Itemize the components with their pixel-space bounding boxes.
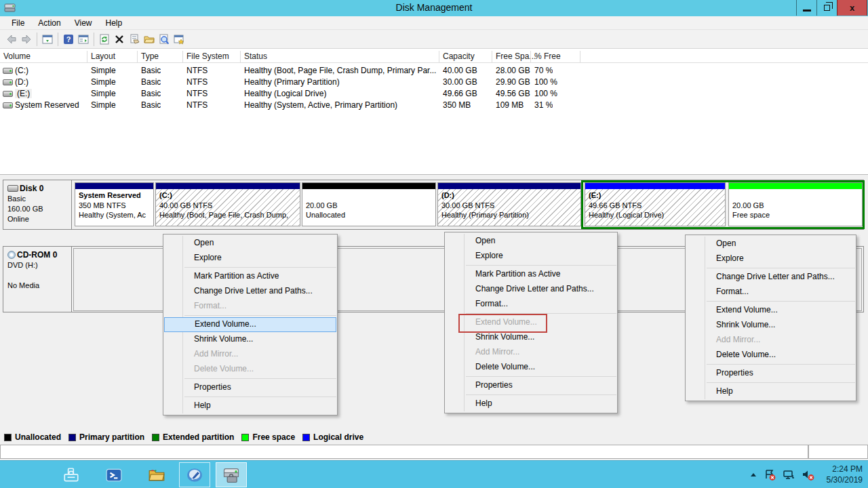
- menu-item-add-mirror: Add Mirror...: [686, 333, 855, 348]
- menu-item-mark-partition-active[interactable]: Mark Partition as Active: [164, 269, 336, 284]
- partition-free-space[interactable]: 20.00 GB Free space: [728, 182, 863, 226]
- network-icon[interactable]: [783, 469, 795, 481]
- show-hidden-icons-icon[interactable]: [749, 472, 757, 479]
- partition-system-reserved[interactable]: System Reserved 350 MB NTFS Healthy (Sys…: [75, 182, 154, 226]
- column-divider[interactable]: [580, 51, 580, 62]
- column-divider[interactable]: [87, 51, 87, 62]
- volume-list-pane: Volume Layout Type File System Status Ca…: [0, 49, 868, 175]
- forward-icon[interactable]: [19, 32, 34, 47]
- menu-item-open[interactable]: Open: [164, 236, 336, 251]
- menu-item-explore[interactable]: Explore: [446, 249, 616, 264]
- taskbar-clock[interactable]: 2:24 PM 5/30/2019: [827, 464, 863, 485]
- menu-item-help[interactable]: Help: [446, 396, 616, 411]
- partition-c[interactable]: (C:) 40.00 GB NTFS Healthy (Boot, Page F…: [155, 182, 300, 226]
- menu-item-extend-volume[interactable]: Extend Volume...: [686, 303, 855, 318]
- column-divider[interactable]: [492, 51, 492, 62]
- close-button[interactable]: x: [837, 0, 867, 16]
- partition-d[interactable]: (D:) 30.00 GB NTFS Healthy (Primary Part…: [437, 182, 581, 226]
- col-volume[interactable]: Volume: [3, 52, 31, 61]
- legend-label: Primary partition: [79, 432, 144, 442]
- disk-management-taskbar-icon[interactable]: [216, 462, 247, 487]
- column-divider[interactable]: [240, 51, 241, 62]
- volume-row-c[interactable]: (C:) Simple Basic NTFS Healthy (Boot, Pa…: [0, 65, 868, 77]
- menu-item-shrink-volume[interactable]: Shrink Volume...: [686, 318, 855, 333]
- column-divider[interactable]: [137, 51, 138, 62]
- menu-item-help[interactable]: Help: [164, 399, 336, 413]
- disk0-name: Disk 0: [20, 184, 43, 193]
- toolbar-separator: [37, 33, 37, 46]
- legend-item-logical-drive: Logical drive: [302, 432, 363, 442]
- col-capacity[interactable]: Capacity: [443, 52, 475, 61]
- menu-item-format[interactable]: Format...: [446, 297, 616, 312]
- menu-item-extend-volume[interactable]: Extend Volume...: [164, 317, 336, 332]
- menu-item-open[interactable]: Open: [446, 234, 616, 249]
- col-pct-free[interactable]: % Free: [534, 52, 561, 61]
- partition-status: Healthy (Boot, Page File, Crash Dump,: [159, 210, 297, 220]
- menu-view[interactable]: View: [68, 17, 98, 29]
- menu-item-open[interactable]: Open: [686, 237, 855, 251]
- volume-muted-icon[interactable]: [802, 469, 815, 481]
- menu-file[interactable]: File: [5, 17, 31, 29]
- menu-item-help[interactable]: Help: [686, 384, 855, 399]
- server-manager-taskbar-icon[interactable]: [56, 462, 87, 487]
- volume-type: Basic: [141, 77, 161, 87]
- console-tree-icon[interactable]: [76, 32, 91, 47]
- find-icon[interactable]: [157, 32, 172, 47]
- column-divider[interactable]: [439, 51, 439, 62]
- col-file-system[interactable]: File System: [186, 52, 229, 61]
- column-divider[interactable]: [182, 51, 183, 62]
- menu-item-format: Format...: [164, 299, 336, 314]
- open-folder-icon[interactable]: [142, 32, 157, 47]
- col-status[interactable]: Status: [244, 52, 267, 61]
- menu-item-delete-volume[interactable]: Delete Volume...: [446, 360, 616, 375]
- file-explorer-taskbar-icon[interactable]: [141, 462, 172, 487]
- menu-bar: File Action View Help: [0, 16, 868, 30]
- menu-item-shrink-volume[interactable]: Shrink Volume...: [164, 332, 336, 347]
- powershell-taskbar-icon[interactable]: [98, 462, 130, 487]
- menu-item-change-drive-letter[interactable]: Change Drive Letter and Paths...: [446, 282, 616, 297]
- menu-item-properties[interactable]: Properties: [686, 366, 855, 381]
- menu-item-format[interactable]: Format...: [686, 285, 855, 300]
- delete-icon[interactable]: [112, 32, 127, 47]
- action-center-icon[interactable]: [764, 469, 776, 481]
- menu-separator: [184, 378, 336, 379]
- column-divider[interactable]: [530, 51, 531, 62]
- volume-fs: NTFS: [186, 89, 208, 98]
- restore-button[interactable]: [816, 0, 837, 16]
- menu-action[interactable]: Action: [32, 17, 66, 29]
- partition-unallocated[interactable]: 20.00 GB Unallocated: [302, 182, 436, 226]
- volume-row-e[interactable]: (E:) Simple Basic NTFS Healthy (Logical …: [0, 88, 868, 100]
- menu-item-explore[interactable]: Explore: [686, 251, 855, 266]
- volume-row-d[interactable]: (D:) Simple Basic NTFS Healthy (Primary …: [0, 77, 868, 88]
- partition-e[interactable]: (E:) 49.66 GB NTFS Healthy (Logical Driv…: [585, 182, 726, 226]
- col-layout[interactable]: Layout: [91, 52, 115, 61]
- disk-utility-taskbar-icon[interactable]: [179, 462, 210, 487]
- legend-swatch: [152, 434, 159, 441]
- col-type[interactable]: Type: [141, 52, 159, 61]
- refresh-icon[interactable]: [97, 32, 112, 47]
- wizard-icon[interactable]: [172, 32, 186, 47]
- back-icon[interactable]: [4, 32, 19, 47]
- menu-item-explore[interactable]: Explore: [164, 251, 336, 266]
- partition-name: (D:): [441, 190, 578, 201]
- disk0-state: Online: [7, 214, 68, 224]
- volume-type: Basic: [141, 89, 161, 98]
- volume-row-system-reserved[interactable]: System Reserved Simple Basic NTFS Health…: [0, 100, 868, 111]
- menu-item-delete-volume[interactable]: Delete Volume...: [686, 348, 855, 363]
- properties-icon[interactable]: [127, 32, 142, 47]
- menu-item-change-drive-letter[interactable]: Change Drive Letter and Paths...: [686, 270, 855, 285]
- menu-separator: [707, 364, 855, 365]
- help-icon[interactable]: ?: [61, 32, 76, 47]
- menu-item-properties[interactable]: Properties: [446, 378, 616, 393]
- console-window-icon[interactable]: [40, 32, 55, 47]
- menu-item-shrink-volume[interactable]: Shrink Volume...: [446, 330, 616, 345]
- menu-help[interactable]: Help: [100, 17, 129, 29]
- menu-item-properties[interactable]: Properties: [164, 380, 336, 395]
- partition-status: Free space: [732, 210, 859, 220]
- menu-item-mark-partition-active[interactable]: Mark Partition as Active: [446, 267, 616, 282]
- disk0-info[interactable]: Disk 0 Basic 160.00 GB Online: [3, 180, 72, 229]
- volume-capacity: 30.00 GB: [443, 77, 477, 87]
- minimize-button[interactable]: [796, 0, 816, 16]
- cdrom-info[interactable]: CD-ROM 0 DVD (H:) No Media: [3, 247, 72, 312]
- menu-item-change-drive-letter[interactable]: Change Drive Letter and Paths...: [164, 284, 336, 299]
